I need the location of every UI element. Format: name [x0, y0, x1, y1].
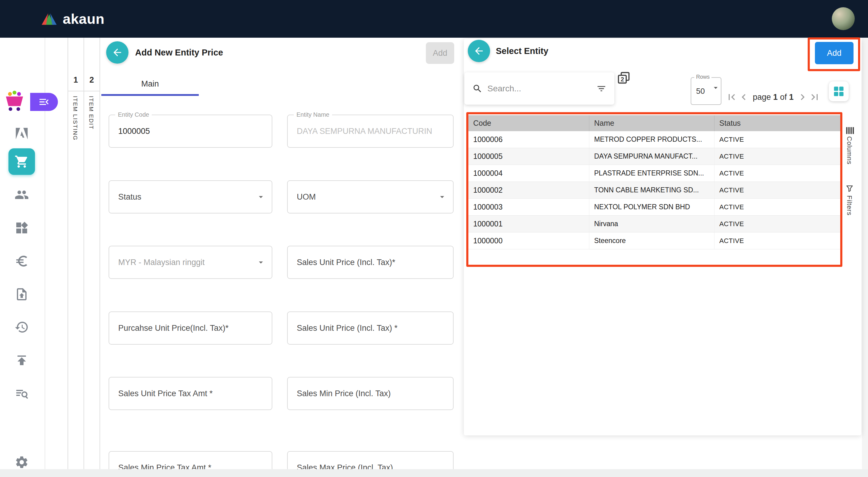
sales-min-price-label: Sales Min Price (Incl. Tax)	[297, 378, 435, 410]
table-row[interactable]: 1000002 TONN CABLE MARKETING SD... ACTIV…	[468, 182, 840, 199]
window-tab-2-number[interactable]: 2	[84, 75, 99, 85]
people-icon	[14, 188, 29, 202]
page-word: page	[753, 93, 771, 102]
sales-unit-price-tax-amt-label: Sales Unit Price Tax Amt *	[118, 378, 254, 410]
sales-unit-price2-field[interactable]: Sales Unit Price (Incl. Tax) *	[287, 312, 454, 345]
window-tab-item-edit[interactable]: ITEM EDIT	[88, 96, 94, 130]
duplicate-count: 2	[621, 76, 624, 83]
currency-select-label: MYR - Malaysian ringgit	[118, 246, 254, 278]
list-search-icon	[14, 387, 29, 401]
back-button-select-entity[interactable]	[468, 40, 490, 62]
status-select-label: Status	[118, 181, 254, 213]
sidebar-item-history[interactable]	[14, 320, 29, 335]
total-pages: 1	[789, 93, 794, 102]
arrow-left-icon	[473, 45, 485, 57]
window-tab-1-number[interactable]: 1	[68, 75, 83, 85]
entity-code-field[interactable]: Entity Code 1000005	[108, 115, 272, 148]
app-root: akaun	[0, 0, 868, 477]
euro-icon	[14, 254, 29, 268]
back-button-left-panel[interactable]	[106, 41, 128, 64]
sidebar-item-upload[interactable]	[14, 353, 29, 368]
cart-icon	[14, 154, 29, 169]
select-entity-title: Select Entity	[496, 45, 548, 56]
prev-page-icon[interactable]	[738, 91, 750, 103]
status-select[interactable]: Status	[108, 180, 272, 214]
columns-tool[interactable]: Columns	[845, 136, 853, 165]
upload-icon	[14, 353, 29, 368]
strip-divider-line	[99, 38, 100, 469]
table-row[interactable]: 1000004 PLASTRADE ENTERPRISE SDN... ACTI…	[468, 165, 840, 182]
search-input[interactable]	[487, 84, 591, 93]
filter-funnel-icon[interactable]	[845, 184, 854, 193]
table-row[interactable]: 1000003 NEXTOL POLYMER SDN BHD ACTIVE	[468, 199, 840, 216]
chevron-down-icon	[437, 192, 447, 202]
entity-name-value: DAYA SEMPURNA MANUFACTURIN	[297, 115, 435, 147]
sales-unit-price-field[interactable]: Sales Unit Price (Incl. Tax)*	[287, 246, 454, 279]
sidebar-item-modules[interactable]	[14, 221, 29, 235]
filters-tool[interactable]: Filters	[845, 195, 853, 216]
col-header-status[interactable]: Status	[714, 115, 840, 131]
grid-view-button[interactable]	[829, 82, 849, 101]
uom-select[interactable]: UOM	[287, 180, 454, 214]
page-indicator: page 1 of 1	[753, 93, 794, 102]
sidebar-item-settings[interactable]	[14, 455, 29, 470]
strip-number-underline	[68, 91, 84, 91]
last-page-icon[interactable]	[809, 91, 820, 103]
modules-icon	[14, 221, 29, 235]
sidebar	[0, 38, 45, 477]
duplicate-pages-icon[interactable]: 2	[617, 71, 630, 85]
top-navigation-bar: akaun	[0, 0, 868, 38]
entity-code-value: 1000005	[118, 115, 254, 147]
sidebar-item-file-upload[interactable]	[14, 287, 29, 301]
table-row[interactable]: 1000005 DAYA SEMPURNA MANUFACT... ACTIVE	[468, 148, 840, 165]
columns-icon[interactable]	[844, 125, 855, 136]
sidebar-item-contacts[interactable]	[14, 188, 29, 202]
tab-main-underline	[101, 94, 199, 96]
table-row[interactable]: 1000006 METROD COPPER PRODUCTS... ACTIVE	[468, 131, 840, 148]
strip-number-underline	[84, 91, 99, 91]
chevron-down-icon	[256, 257, 266, 267]
brand-name: akaun	[63, 10, 104, 27]
user-avatar[interactable]	[832, 7, 855, 30]
pdf-glyph-icon	[14, 126, 29, 141]
pdf-app-icon[interactable]	[14, 126, 29, 141]
filter-list-icon[interactable]	[596, 84, 607, 94]
sales-min-price-field[interactable]: Sales Min Price (Incl. Tax)	[287, 377, 454, 410]
window-tab-item-listing[interactable]: ITEM LISTING	[72, 96, 79, 141]
current-page: 1	[773, 93, 778, 102]
arrow-left-icon	[112, 47, 123, 58]
next-page-icon[interactable]	[797, 91, 809, 103]
table-header-row: Code Name Status	[468, 115, 840, 131]
purchase-unit-price-label: Purcahse Unit Price(Incl. Tax)*	[118, 312, 254, 344]
sidebar-item-item-search[interactable]	[14, 387, 29, 401]
rows-per-page-select[interactable]: Rows 50	[691, 77, 721, 105]
entity-name-field[interactable]: Entity Name DAYA SEMPURNA MANUFACTURIN	[287, 115, 454, 148]
strip-divider-line	[84, 38, 84, 469]
entity-search-bar	[464, 72, 614, 105]
pagination: page 1 of 1	[726, 89, 820, 105]
tab-main-label: Main	[141, 79, 159, 89]
uom-select-label: UOM	[297, 181, 435, 213]
purchase-unit-price-field[interactable]: Purcahse Unit Price(Incl. Tax)*	[108, 312, 272, 345]
currency-select[interactable]: MYR - Malaysian ringgit	[108, 246, 272, 279]
sales-unit-price2-label: Sales Unit Price (Incl. Tax) *	[297, 312, 435, 344]
right-margin-strip	[862, 38, 868, 477]
add-button-primary[interactable]: Add	[815, 42, 854, 64]
menu-open-pill[interactable]	[30, 93, 58, 111]
file-upload-icon	[14, 287, 29, 301]
chevron-down-icon	[256, 192, 266, 202]
table-row[interactable]: 1000000 Steencore ACTIVE	[468, 232, 840, 249]
menu-open-icon	[38, 96, 50, 108]
add-button-disabled[interactable]: Add	[426, 42, 454, 64]
sales-unit-price-tax-amt-field[interactable]: Sales Unit Price Tax Amt *	[108, 377, 272, 410]
sidebar-item-currency[interactable]	[14, 254, 29, 268]
marketplace-cart-icon[interactable]	[2, 89, 27, 113]
tab-main[interactable]: Main	[101, 74, 199, 93]
brand[interactable]: akaun	[41, 0, 104, 38]
table-row[interactable]: 1000001 Nirvana ACTIVE	[468, 216, 840, 232]
col-header-name[interactable]: Name	[589, 115, 714, 131]
first-page-icon[interactable]	[726, 91, 738, 103]
col-header-code[interactable]: Code	[468, 115, 589, 131]
sidebar-item-cart-active[interactable]	[8, 148, 35, 175]
sales-unit-price-label: Sales Unit Price (Incl. Tax)*	[297, 246, 435, 278]
